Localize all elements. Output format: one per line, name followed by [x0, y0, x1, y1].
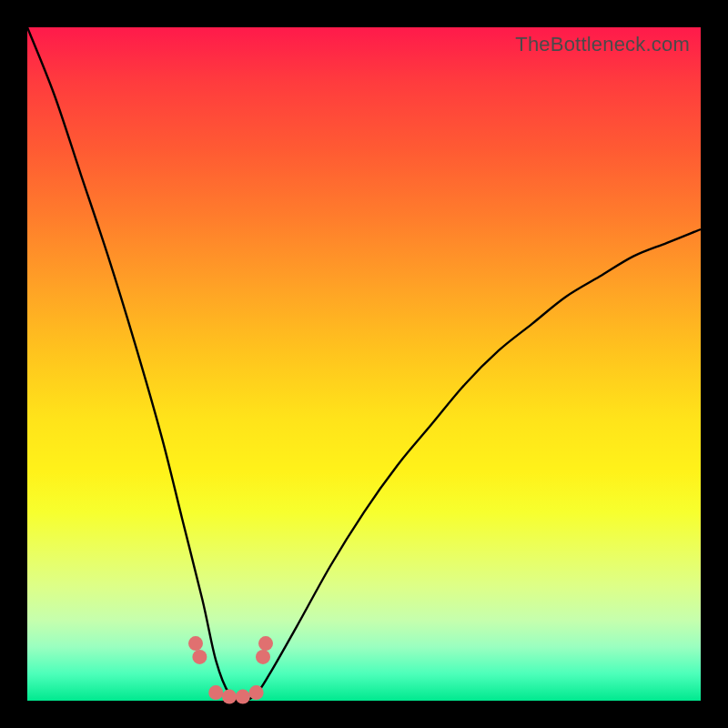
- bead-marker: [249, 685, 264, 700]
- chart-frame: TheBottleneck.com: [0, 0, 728, 728]
- bead-marker: [256, 650, 270, 664]
- plot-area: TheBottleneck.com: [27, 27, 701, 701]
- bottleneck-curve-path: [27, 27, 701, 701]
- bead-marker: [208, 685, 223, 700]
- bead-marker: [258, 636, 273, 651]
- bead-marker: [188, 636, 203, 651]
- bead-marker: [222, 690, 237, 704]
- bottleneck-curve-svg: [27, 27, 701, 701]
- bead-marker: [236, 690, 250, 704]
- bead-marker: [192, 650, 207, 664]
- bead-markers-group: [188, 636, 273, 704]
